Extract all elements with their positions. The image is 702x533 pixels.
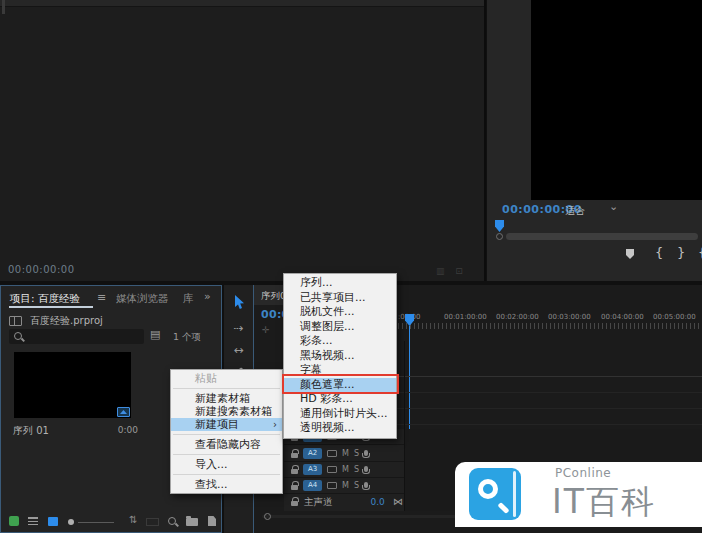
zoom-slider-handle[interactable] bbox=[68, 519, 74, 525]
filter-bin-icon[interactable]: ▤ bbox=[150, 328, 160, 341]
new-item-button[interactable] bbox=[208, 516, 216, 526]
program-playhead-icon[interactable] bbox=[495, 220, 504, 232]
lock-icon[interactable] bbox=[291, 453, 298, 458]
tab-libraries[interactable]: 库 bbox=[183, 292, 194, 306]
automate-icon bbox=[146, 518, 159, 526]
track-badge[interactable]: A3 bbox=[303, 464, 322, 475]
new-item-submenu: 序列... 已共享项目... 脱机文件... 调整图层... 彩条... 黑场视… bbox=[283, 273, 397, 439]
submenu-item-color-matte[interactable]: 颜色遮罩... bbox=[284, 378, 396, 393]
master-level-value[interactable]: 0.0 bbox=[371, 497, 385, 507]
source-monitor-settings-icons[interactable]: ▥ ⊡ bbox=[436, 266, 467, 276]
lock-icon[interactable] bbox=[291, 501, 298, 506]
submenu-item-bars-and-tone[interactable]: 彩条... bbox=[284, 334, 396, 349]
timeline-ruler[interactable] bbox=[398, 323, 701, 329]
menu-item-new-search-bin[interactable]: 新建搜索素材箱 bbox=[171, 405, 282, 418]
project-writable-toggle[interactable] bbox=[9, 516, 19, 526]
audio-track-header-a3[interactable]: A3 M S bbox=[284, 462, 404, 478]
sequence-item-name[interactable]: 序列 01 bbox=[13, 424, 49, 438]
track-select-tool-button[interactable]: ⇢ bbox=[224, 317, 253, 339]
ripple-edit-tool-button[interactable]: ↔ bbox=[224, 339, 253, 361]
watermark-title: IT百科 bbox=[552, 480, 656, 525]
source-patch-icon[interactable] bbox=[327, 450, 337, 457]
mark-in-button-partial[interactable]: { bbox=[698, 245, 702, 260]
panel-menu-icon[interactable]: ≡ bbox=[97, 291, 106, 304]
zoom-slider-track[interactable] bbox=[78, 522, 114, 523]
submenu-item-hd-bars[interactable]: HD 彩条... bbox=[284, 392, 396, 407]
menu-item-find[interactable]: 查找... bbox=[171, 478, 282, 491]
track-badge[interactable]: A4 bbox=[303, 480, 322, 491]
logo-magnifier-handle bbox=[497, 502, 509, 514]
sequence-item-duration: 0:00 bbox=[104, 425, 138, 435]
find-button[interactable] bbox=[168, 517, 176, 525]
icon-view-button[interactable] bbox=[48, 517, 58, 526]
tab-project[interactable]: 项目: 百度经验 bbox=[10, 292, 80, 306]
voiceover-mic-icon[interactable] bbox=[364, 466, 368, 472]
icon-view-icon bbox=[48, 517, 58, 526]
audio-track-header-a4[interactable]: A4 M S bbox=[284, 478, 404, 494]
chevron-down-icon[interactable]: ⌄ bbox=[609, 200, 618, 213]
program-zoom-scrollbar[interactable] bbox=[506, 233, 698, 240]
solo-button[interactable]: S bbox=[354, 481, 359, 490]
audio-track-header-a2[interactable]: A2 M S bbox=[284, 446, 404, 462]
menu-separator bbox=[173, 454, 280, 455]
mark-in-button[interactable]: { bbox=[655, 245, 663, 260]
voiceover-mic-icon[interactable] bbox=[364, 482, 368, 488]
submenu-item-offline-file[interactable]: 脱机文件... bbox=[284, 305, 396, 320]
add-marker-button[interactable] bbox=[626, 249, 634, 259]
menu-item-paste[interactable]: 粘贴 bbox=[171, 372, 282, 385]
automate-to-sequence-button[interactable] bbox=[146, 518, 159, 526]
mute-button[interactable]: M bbox=[342, 481, 349, 490]
solo-button[interactable]: S bbox=[354, 449, 359, 458]
sequence-thumbnail[interactable] bbox=[14, 352, 131, 418]
new-bin-folder-icon bbox=[186, 518, 198, 526]
new-bin-button[interactable] bbox=[186, 518, 198, 526]
submenu-item-counting-leader[interactable]: 通用倒计时片头... bbox=[284, 407, 396, 422]
submenu-item-sequence[interactable]: 序列... bbox=[284, 276, 396, 291]
solo-button[interactable]: S bbox=[354, 465, 359, 474]
search-icon bbox=[14, 332, 22, 340]
source-monitor-panel: 00:00:00:00 ▥ ⊡ bbox=[0, 0, 486, 281]
ruler-label: 00:05:00:00 bbox=[653, 313, 696, 321]
submenu-item-shared-project[interactable]: 已共享项目... bbox=[284, 291, 396, 306]
timeline-settings-icon[interactable]: ✛ bbox=[262, 325, 270, 335]
program-monitor-panel: 00:00:00:00 适合 ⌄ { } { bbox=[487, 0, 702, 281]
mark-out-button[interactable]: } bbox=[677, 245, 685, 260]
mute-button[interactable]: M bbox=[342, 449, 349, 458]
menu-separator bbox=[173, 388, 280, 389]
lock-icon[interactable] bbox=[291, 485, 298, 490]
program-zoom-handle[interactable] bbox=[496, 233, 503, 240]
ruler-label: 00:04:00:00 bbox=[601, 313, 644, 321]
new-item-page-icon bbox=[208, 516, 216, 526]
project-file-name[interactable]: 百度经验.prproj bbox=[30, 314, 103, 328]
track-badge[interactable]: A2 bbox=[303, 448, 322, 459]
slider-handle-icon bbox=[68, 519, 74, 525]
master-meter-icon[interactable]: ⋈ bbox=[393, 496, 403, 507]
menu-item-new-bin[interactable]: 新建素材箱 bbox=[171, 392, 282, 405]
submenu-item-captions[interactable]: 字幕 bbox=[284, 363, 396, 378]
menu-item-import[interactable]: 导入... bbox=[171, 458, 282, 471]
project-context-menu: 粘贴 新建素材箱 新建搜索素材箱 新建项目 › 查看隐藏内容 导入... 查找.… bbox=[170, 369, 283, 494]
mute-button[interactable]: M bbox=[342, 465, 349, 474]
submenu-item-adjustment-layer[interactable]: 调整图层... bbox=[284, 320, 396, 335]
panel-corner-mark bbox=[2, 0, 5, 14]
header-content-divider bbox=[404, 341, 405, 511]
voiceover-mic-icon[interactable] bbox=[364, 450, 368, 456]
menu-item-new-item[interactable]: 新建项目 › bbox=[171, 418, 282, 431]
lock-icon[interactable] bbox=[291, 469, 298, 474]
submenu-item-black-video[interactable]: 黑场视频... bbox=[284, 349, 396, 364]
logo-magnifier-icon bbox=[478, 479, 498, 499]
list-view-icon bbox=[28, 517, 38, 526]
tab-media-browser[interactable]: 媒体浏览器 bbox=[116, 292, 169, 306]
timeline-hscroll-handle[interactable] bbox=[264, 513, 271, 520]
tab-overflow-icon[interactable]: » bbox=[204, 290, 211, 303]
search-input[interactable] bbox=[9, 329, 144, 344]
zoom-level-dropdown[interactable]: 适合 bbox=[565, 204, 585, 218]
selection-tool-button[interactable] bbox=[224, 291, 253, 313]
list-view-button[interactable] bbox=[28, 517, 38, 526]
watermark-banner: PConline IT百科 bbox=[455, 462, 702, 527]
sort-button[interactable]: ⇅ bbox=[129, 514, 137, 525]
source-patch-icon[interactable] bbox=[327, 466, 337, 473]
menu-item-view-hidden[interactable]: 查看隐藏内容 bbox=[171, 438, 282, 451]
submenu-item-transparent-video[interactable]: 透明视频... bbox=[284, 421, 396, 436]
source-patch-icon[interactable] bbox=[327, 482, 337, 489]
